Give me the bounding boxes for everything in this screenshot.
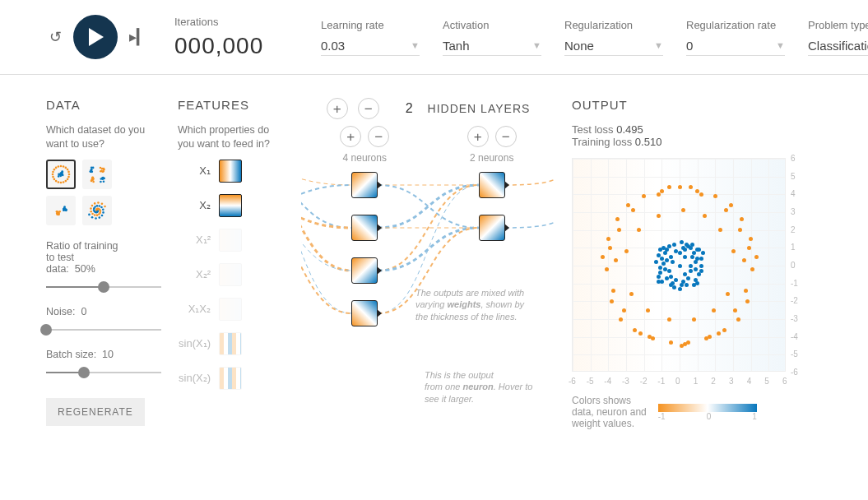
chevron-down-icon: ▼ xyxy=(532,40,541,50)
svg-point-115 xyxy=(94,214,96,216)
svg-point-15 xyxy=(58,165,60,168)
neuron[interactable] xyxy=(351,215,378,241)
data-point xyxy=(678,185,682,189)
reg-rate-select[interactable]: 0 ▼ xyxy=(686,36,785,56)
add-neuron-button[interactable]: + xyxy=(467,126,489,147)
data-point xyxy=(617,228,621,232)
svg-point-91 xyxy=(65,208,67,211)
noise-slider[interactable] xyxy=(46,322,161,337)
regenerate-button[interactable]: REGENERATE xyxy=(46,398,145,426)
feature-thumbnail xyxy=(219,263,242,286)
iterations-value: 000,000 xyxy=(174,33,298,59)
test-loss-label: Test loss xyxy=(572,123,614,136)
svg-point-126 xyxy=(95,217,97,220)
data-point xyxy=(611,289,615,293)
chevron-down-icon: ▼ xyxy=(411,40,420,50)
feature-x2sq[interactable]: X₂² xyxy=(178,263,285,286)
data-point xyxy=(750,267,754,271)
dataset-spiral[interactable] xyxy=(82,196,112,225)
svg-point-5 xyxy=(63,181,65,183)
output-plot[interactable] xyxy=(572,158,786,372)
ratio-label: Ratio of training to test data: 50% xyxy=(46,240,161,275)
play-button[interactable] xyxy=(73,15,118,59)
remove-neuron-button[interactable]: − xyxy=(495,126,517,147)
layer-caption: 4 neurons xyxy=(343,152,387,164)
remove-neuron-button[interactable]: − xyxy=(368,126,389,147)
data-point xyxy=(742,258,746,262)
feature-thumbnail xyxy=(219,298,242,321)
x-tick: 3 xyxy=(729,377,734,386)
data-point xyxy=(726,292,730,296)
problem-type-select[interactable]: Classification ▼ xyxy=(808,36,868,56)
svg-point-118 xyxy=(102,208,104,211)
data-point xyxy=(736,317,740,322)
y-tick: -6 xyxy=(791,368,798,377)
learning-rate-select[interactable]: 0.03 ▼ xyxy=(321,36,420,56)
remove-layer-button[interactable]: − xyxy=(358,98,379,119)
feature-label: sin(X₂) xyxy=(178,372,211,384)
feature-x1sq[interactable]: X₁² xyxy=(178,229,285,252)
data-point xyxy=(657,275,661,279)
data-point xyxy=(657,280,661,284)
data-point xyxy=(689,246,693,250)
svg-point-131 xyxy=(104,206,106,208)
data-point xyxy=(669,340,673,345)
step-button[interactable]: ▸▎ xyxy=(126,25,151,49)
feature-x1x2[interactable]: X₁X₂ xyxy=(178,298,285,321)
neuron[interactable] xyxy=(479,172,505,198)
add-neuron-button[interactable]: + xyxy=(340,126,361,147)
svg-point-20 xyxy=(67,170,70,173)
neuron[interactable] xyxy=(351,300,378,326)
feature-x2[interactable]: X₂ xyxy=(178,194,285,217)
colorbar-mid: 0 xyxy=(707,412,712,421)
train-loss-label: Training loss xyxy=(572,136,632,148)
data-point xyxy=(629,292,634,296)
y-tick: -4 xyxy=(791,332,798,341)
y-tick: 3 xyxy=(791,207,796,216)
data-point xyxy=(665,276,669,280)
feature-thumbnail xyxy=(219,160,242,183)
svg-point-18 xyxy=(65,166,67,169)
reset-button[interactable]: ↺ xyxy=(46,25,65,49)
svg-marker-0 xyxy=(89,28,104,46)
svg-point-51 xyxy=(92,180,95,183)
svg-point-125 xyxy=(94,202,96,205)
svg-point-34 xyxy=(62,174,64,176)
svg-point-122 xyxy=(101,214,104,216)
svg-point-2 xyxy=(67,176,70,178)
data-point xyxy=(610,299,614,303)
svg-point-3 xyxy=(67,178,69,180)
data-point xyxy=(692,283,696,287)
dataset-circle[interactable] xyxy=(46,160,76,189)
data-point xyxy=(633,328,637,332)
regularization-select[interactable]: None ▼ xyxy=(564,36,663,56)
svg-point-113 xyxy=(96,214,99,216)
data-point xyxy=(657,214,661,218)
svg-point-66 xyxy=(102,170,104,173)
data-point xyxy=(671,260,675,264)
dataset-exclusive-or[interactable] xyxy=(82,160,112,189)
feature-sinx2[interactable]: sin(X₂) xyxy=(178,367,285,390)
batch-slider[interactable] xyxy=(46,365,161,380)
activation-select[interactable]: Tanh ▼ xyxy=(443,36,541,56)
layer-caption: 2 neurons xyxy=(470,152,513,164)
svg-point-7 xyxy=(58,181,60,183)
data-point xyxy=(718,228,722,232)
svg-point-62 xyxy=(103,168,105,170)
chevron-down-icon: ▼ xyxy=(654,40,663,50)
ratio-slider[interactable] xyxy=(46,280,161,294)
data-point xyxy=(745,299,750,303)
x-tick: 6 xyxy=(782,377,787,386)
y-tick: 0 xyxy=(791,261,796,270)
neuron[interactable] xyxy=(351,172,378,198)
feature-sinx1[interactable]: sin(X₁) xyxy=(178,332,285,355)
feature-label: X₁X₂ xyxy=(178,303,211,315)
add-layer-button[interactable]: + xyxy=(327,98,348,119)
data-point xyxy=(733,308,737,312)
data-point xyxy=(749,237,753,241)
dataset-gaussian[interactable] xyxy=(46,196,76,225)
colorbar-min: -1 xyxy=(658,412,666,421)
feature-x1[interactable]: X₁ xyxy=(178,160,285,183)
neuron[interactable] xyxy=(479,215,505,241)
neuron[interactable] xyxy=(351,257,378,284)
